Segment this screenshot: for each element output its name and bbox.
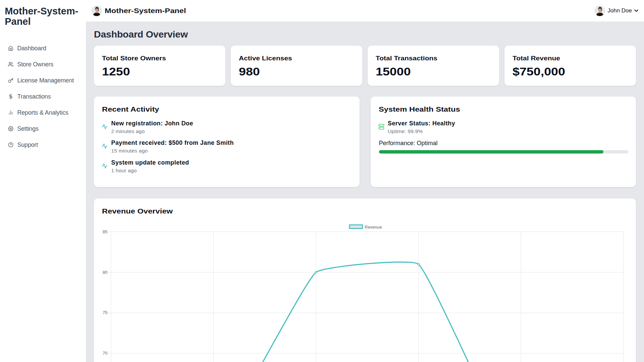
svg-text:80: 80: [103, 270, 107, 275]
svg-text:Revenue: Revenue: [365, 225, 382, 230]
svg-text:85: 85: [103, 229, 107, 234]
svg-text:75: 75: [103, 310, 107, 315]
svg-text:70: 70: [103, 351, 107, 356]
